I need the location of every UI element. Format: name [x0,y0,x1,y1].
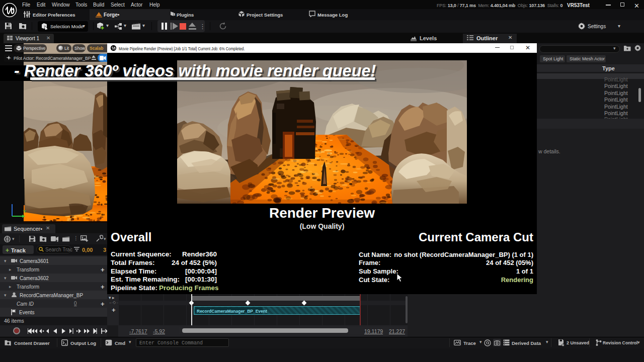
svg-text:Y: Y [23,209,26,214]
